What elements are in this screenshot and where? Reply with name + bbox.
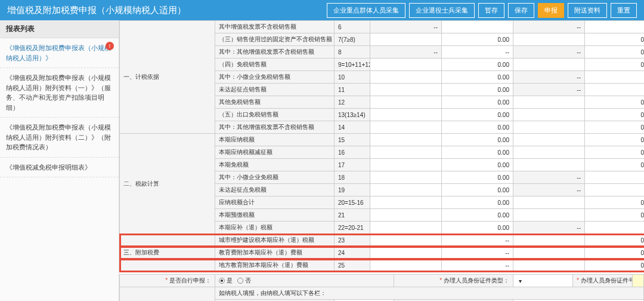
cell-v4: 0.00 [585, 109, 645, 121]
cell-v1[interactable] [370, 171, 442, 184]
cell-v2: 0.00 [442, 121, 513, 134]
row-label: 本期应纳税额 [215, 134, 335, 146]
radio-yes-icon[interactable] [219, 278, 225, 284]
cell-v1[interactable] [370, 196, 442, 209]
row-num: 7(7≥8) [335, 33, 370, 46]
row-label: 地方教育附加本期应补（退）费额 [215, 259, 335, 272]
cell-v3: -- [513, 46, 585, 59]
row-num: 14 [335, 121, 370, 134]
cell-v3[interactable] [513, 96, 585, 109]
sidebar-item-att1[interactable]: 《增值税及附加税费申报表（小规模纳税人适用）附列资料（一）》（服务、不动产和无形… [0, 68, 119, 118]
cell-v1[interactable] [370, 33, 442, 46]
cell-v1[interactable] [370, 121, 442, 134]
cell-v3[interactable] [513, 146, 585, 159]
sidebar-title: 报表列表 [0, 20, 119, 38]
row-label: 本期免税额 [215, 159, 335, 171]
row-num: 16 [335, 146, 370, 159]
row-label: 教育费附加本期应补（退）费额 [215, 247, 335, 259]
cell-v2: 0.00 [442, 209, 513, 222]
cell-v1[interactable] [370, 71, 442, 84]
cell-v2: -- [442, 234, 513, 247]
cell-v1[interactable] [370, 184, 442, 196]
cell-v3: -- [513, 184, 585, 196]
sidebar-item-att2[interactable]: 《增值税及附加税费申报表（小规模纳税人适用）附列资料（二）》（附加税费情况表） [0, 118, 119, 158]
row-label: 其中：小微企业免税销售额 [215, 71, 335, 84]
cell-v3[interactable] [513, 134, 585, 146]
btn-submit[interactable]: 申报 [538, 3, 564, 18]
self-report-value[interactable]: 是 否 [215, 275, 394, 287]
row-num: 10 [335, 71, 370, 84]
row-label: 其中：其他增值税发票不含税销售额 [215, 46, 335, 59]
cell-v3[interactable] [513, 59, 585, 71]
cell-v1[interactable] [370, 134, 442, 146]
row-label: 本期应补（退）税额 [215, 222, 335, 234]
cell-v4: 0.00 [585, 209, 645, 222]
row-label: 其中：其他增值税发票不含税销售额 [215, 121, 335, 134]
btn-stash[interactable]: 暂存 [478, 3, 504, 18]
row-num: 13(13≥14) [335, 109, 370, 121]
row-num: 12 [335, 96, 370, 109]
cell-v4: 0.00 [585, 247, 645, 259]
cell-v3[interactable] [513, 196, 585, 209]
cell-v1[interactable] [370, 84, 442, 96]
taxpayer-statement: 纳税人或代理人声明： 本纳税申报表是根据国家税收法律法规及相关规定填报的，其填报… [120, 287, 215, 302]
sidebar: 报表列表 《增值税及附加税费申报表（小规模纳税人适用）》 ! 《增值税及附加税费… [0, 20, 119, 301]
section-s2: 二、税款计算 [120, 134, 215, 234]
sidebar-item-main[interactable]: 《增值税及附加税费申报表（小规模纳税人适用）》 ! [0, 38, 119, 68]
row-num: 24 [335, 247, 370, 259]
cell-v3[interactable] [513, 247, 585, 259]
page-title: 增值税及附加税费申报（小规模纳税人适用） [7, 5, 327, 16]
btn-save[interactable]: 保存 [508, 3, 534, 18]
cell-v1[interactable] [370, 209, 442, 222]
btn-key-group[interactable]: 企业重点群体人员采集 [327, 3, 405, 18]
radio-no-icon[interactable] [237, 278, 243, 284]
cell-v1[interactable] [370, 96, 442, 109]
cell-v2: 0.00 [442, 96, 513, 109]
cell-v1[interactable] [370, 259, 442, 272]
btn-veteran[interactable]: 企业退役士兵采集 [409, 3, 475, 18]
cell-v3[interactable] [513, 234, 585, 247]
row-num: 18 [335, 171, 370, 184]
row-num: 21 [335, 209, 370, 222]
btn-reset[interactable]: 重置 [611, 3, 637, 18]
cell-v4: 0.00 [585, 159, 645, 171]
id-type-select[interactable]: ▾ [513, 275, 573, 287]
declaration-block: * 是否自行申报： 是 否 * 办理人员身份证件类型： ▾ * 办理人员身份证件… [119, 274, 644, 301]
sidebar-item-reduce[interactable]: 《增值税减免税申报明细表》 [0, 158, 119, 178]
cell-v2: 0.00 [442, 59, 513, 71]
cell-v3[interactable] [513, 121, 585, 134]
cell-v2: 0.00 [442, 71, 513, 84]
cell-v3[interactable] [513, 259, 585, 272]
row-label: 应纳税额合计 [215, 196, 335, 209]
cell-v2: 0.00 [442, 222, 513, 234]
row-num: 9=10+11+12 [335, 59, 370, 71]
cell-v3[interactable] [513, 109, 585, 121]
cell-v1[interactable] [370, 59, 442, 71]
btn-attach[interactable]: 附送资料 [568, 3, 607, 18]
cell-v3[interactable] [513, 33, 585, 46]
cell-v4: -- [585, 84, 645, 96]
cell-v1[interactable] [370, 159, 442, 171]
row-num: 11 [335, 84, 370, 96]
section-s1: 一、计税依据 [120, 21, 215, 134]
cell-v1[interactable] [370, 109, 442, 121]
cell-v2: 0.00 [442, 171, 513, 184]
cell-v1[interactable] [370, 222, 442, 234]
id-no-input[interactable] [633, 275, 644, 287]
page-header: 增值税及附加税费申报（小规模纳税人适用） 企业重点群体人员采集 企业退役士兵采集… [0, 0, 644, 20]
cell-v2: 0.00 [442, 159, 513, 171]
cell-v1: -- [370, 46, 442, 59]
cell-v4: 0.00 [585, 134, 645, 146]
cell-v4: 0.00 [585, 96, 645, 109]
cell-v2: 0.00 [442, 109, 513, 121]
cell-v3[interactable] [513, 209, 585, 222]
cell-v4 [585, 21, 645, 33]
fill-by-taxpayer: 如纳税人填报，由纳税人填写以下各栏： [215, 287, 644, 300]
cell-v1: -- [370, 21, 442, 33]
cell-v1[interactable] [370, 247, 442, 259]
row-label: 其他免税销售额 [215, 96, 335, 109]
cell-v1[interactable] [370, 234, 442, 247]
cell-v3[interactable] [513, 159, 585, 171]
cell-v1[interactable] [370, 146, 442, 159]
cell-v3: -- [513, 71, 585, 84]
